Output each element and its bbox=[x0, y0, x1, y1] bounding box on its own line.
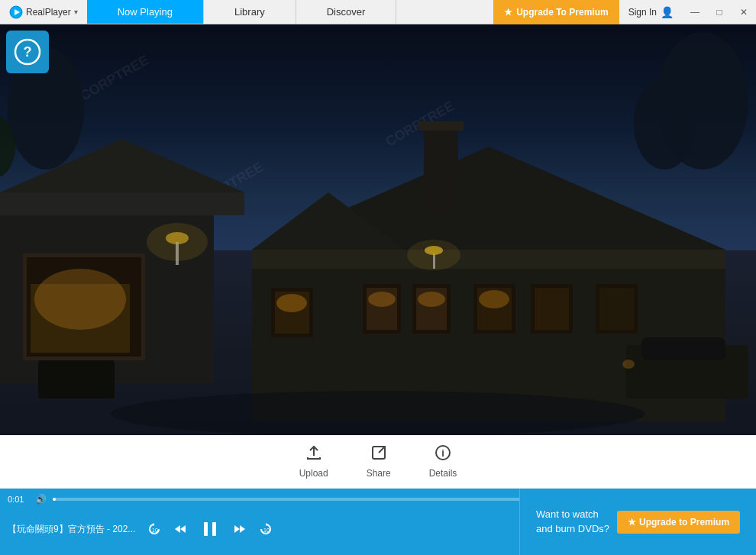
media-title: 【玩命關頭9】官方預告 - 202... bbox=[8, 523, 135, 536]
promo-area: Want to watchand burn DVDs? ★ ★ Upgrade … bbox=[519, 489, 756, 555]
share-button[interactable]: Share bbox=[367, 444, 391, 479]
svg-rect-46 bbox=[38, 360, 115, 399]
right-controls: ★ Upgrade To Premium Sign In 👤 — □ ✕ bbox=[493, 0, 756, 24]
tab-discover[interactable]: Discover bbox=[296, 0, 397, 24]
svg-line-50 bbox=[379, 447, 385, 453]
actions-bar: Upload Share i Details bbox=[0, 435, 756, 489]
upload-label: Upload bbox=[299, 468, 328, 479]
svg-point-45 bbox=[111, 391, 645, 435]
star-icon: ★ bbox=[504, 7, 512, 18]
replay-button[interactable]: 10 bbox=[253, 514, 279, 544]
svg-rect-57 bbox=[212, 522, 216, 536]
svg-rect-21 bbox=[418, 121, 464, 131]
play-pause-button[interactable] bbox=[193, 514, 227, 544]
svg-rect-20 bbox=[424, 124, 458, 215]
minimize-button[interactable]: — bbox=[683, 0, 707, 24]
details-icon: i bbox=[435, 444, 451, 465]
svg-point-28 bbox=[368, 292, 396, 307]
svg-text:i: i bbox=[441, 447, 444, 459]
logo-area[interactable]: RealPlayer ▾ bbox=[0, 0, 87, 24]
svg-text:10: 10 bbox=[152, 528, 158, 533]
logo-dropdown-icon[interactable]: ▾ bbox=[74, 8, 78, 16]
skip-back-button[interactable] bbox=[167, 514, 193, 544]
bottom-wrapper: 0:01 🔊 3:55 【玩命關頭9】官方預告 - 202... 10 bbox=[0, 489, 756, 555]
volume-small-icon: 🔊 bbox=[35, 494, 47, 505]
upgrade-premium-button[interactable]: ★ Upgrade To Premium bbox=[493, 0, 619, 24]
video-frame: CORPTREE CORPTREE CORPTREE CORPTREE CORP… bbox=[0, 24, 756, 435]
signin-button[interactable]: Sign In 👤 bbox=[619, 0, 683, 24]
svg-rect-36 bbox=[535, 288, 569, 330]
maximize-button[interactable]: □ bbox=[707, 0, 732, 24]
progress-fill bbox=[53, 498, 56, 501]
svg-rect-6 bbox=[0, 192, 244, 215]
user-icon: 👤 bbox=[661, 6, 674, 18]
rewind-button[interactable]: 10 bbox=[141, 514, 167, 544]
time-current: 0:01 bbox=[8, 495, 29, 504]
svg-text:10: 10 bbox=[263, 528, 270, 533]
svg-point-44 bbox=[622, 360, 635, 369]
svg-point-11 bbox=[34, 269, 126, 330]
realplayer-logo-icon bbox=[9, 5, 23, 19]
svg-marker-54 bbox=[175, 525, 180, 533]
svg-point-25 bbox=[276, 294, 307, 312]
upload-button[interactable]: Upload bbox=[299, 444, 328, 479]
svg-rect-38 bbox=[599, 288, 634, 330]
logo-text: RealPlayer bbox=[26, 7, 71, 18]
svg-rect-43 bbox=[641, 337, 725, 360]
overlay-logo: ? bbox=[6, 31, 49, 73]
svg-point-4 bbox=[634, 78, 695, 169]
svg-point-41 bbox=[407, 240, 460, 270]
upload-icon bbox=[305, 444, 322, 465]
details-label: Details bbox=[429, 468, 457, 479]
details-button[interactable]: i Details bbox=[429, 444, 457, 479]
scene-svg bbox=[0, 24, 756, 435]
skip-forward-button[interactable] bbox=[227, 514, 253, 544]
svg-point-34 bbox=[479, 290, 509, 308]
svg-point-31 bbox=[418, 292, 445, 307]
svg-marker-55 bbox=[180, 525, 186, 533]
svg-rect-18 bbox=[252, 250, 725, 269]
share-label: Share bbox=[367, 468, 391, 479]
promo-text: Want to watchand burn DVDs? bbox=[536, 508, 609, 535]
tab-now-playing[interactable]: Now Playing bbox=[87, 0, 204, 24]
star-icon-promo: ★ bbox=[628, 517, 636, 528]
svg-rect-56 bbox=[204, 522, 208, 536]
tab-library[interactable]: Library bbox=[204, 0, 296, 24]
promo-upgrade-button[interactable]: ★ ★ Upgrade to Premium Upgrade to Premiu… bbox=[617, 511, 740, 534]
svg-marker-58 bbox=[240, 525, 245, 533]
video-container: CORPTREE CORPTREE CORPTREE CORPTREE CORP… bbox=[0, 24, 756, 435]
title-bar: RealPlayer ▾ Now Playing Library Discove… bbox=[0, 0, 756, 24]
share-icon bbox=[370, 444, 387, 465]
svg-marker-59 bbox=[234, 525, 240, 533]
svg-point-14 bbox=[147, 223, 208, 261]
close-button[interactable]: ✕ bbox=[732, 0, 756, 24]
svg-text:?: ? bbox=[24, 44, 32, 60]
overlay-logo-icon: ? bbox=[14, 38, 41, 66]
